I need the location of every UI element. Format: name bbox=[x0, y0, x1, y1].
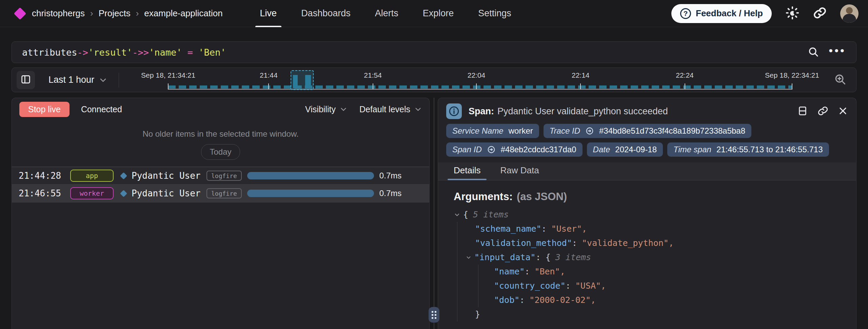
share-link-button[interactable] bbox=[813, 6, 827, 21]
tag-badge: logfire bbox=[206, 188, 242, 198]
timeline-tick-mark bbox=[792, 83, 792, 90]
timeline-tick-mark bbox=[476, 83, 477, 90]
link-icon bbox=[585, 127, 594, 135]
close-details-button[interactable] bbox=[838, 106, 848, 117]
tab-details[interactable]: Details bbox=[454, 165, 480, 180]
user-avatar[interactable] bbox=[840, 4, 859, 23]
timeline-tick-label: 21:54 bbox=[364, 71, 382, 79]
tab-settings[interactable]: Settings bbox=[478, 0, 511, 27]
breadcrumb-projects[interactable]: Projects bbox=[99, 8, 131, 19]
trace-id-chip[interactable]: Trace ID #34bd8e51d73c3f4c8a189b72338a5b… bbox=[544, 124, 751, 138]
today-button[interactable]: Today bbox=[201, 144, 240, 160]
question-circle-icon: ? bbox=[680, 8, 691, 19]
tab-explore[interactable]: Explore bbox=[423, 0, 454, 27]
ellipsis-icon: ••• bbox=[829, 45, 846, 60]
service-badge: app bbox=[70, 170, 114, 182]
timeline-tick-label: Sep 18, 22:34:21 bbox=[765, 71, 819, 79]
feedback-help-label: Feedback / Help bbox=[696, 8, 763, 19]
timeline-tick-label: 22:14 bbox=[572, 71, 590, 79]
panel-resize-handle[interactable] bbox=[429, 307, 439, 323]
toggle-sidebar-button[interactable] bbox=[17, 71, 35, 89]
timeline-tick-label: 22:04 bbox=[468, 71, 486, 79]
breadcrumb: christophergs › Projects › example-appli… bbox=[32, 8, 223, 19]
time-range-bar: Last 1 hour Sep 18, 21:34:21 21:44 21:54… bbox=[12, 67, 856, 92]
sun-moon-icon bbox=[785, 6, 800, 21]
json-entry: "dob":"2000-02-02", bbox=[494, 293, 841, 307]
primary-tabs: Live Dashboards Alerts Explore Settings bbox=[260, 0, 511, 27]
span-row[interactable]: 21:44:28 app Pydantic User logfire 0.7ms bbox=[12, 167, 429, 185]
connection-status: Connected bbox=[81, 104, 122, 114]
chevron-right-icon: › bbox=[136, 8, 139, 19]
stop-live-button[interactable]: Stop live bbox=[19, 102, 70, 117]
chip-label: Service Name bbox=[452, 126, 504, 136]
tab-dashboards[interactable]: Dashboards bbox=[301, 0, 351, 27]
timeline-track[interactable]: Sep 18, 21:34:21 21:44 21:54 22:04 22:14… bbox=[119, 68, 828, 92]
query-bar[interactable]: attributes->'result'->>'name' = 'Ben' ••… bbox=[12, 41, 856, 63]
collapse-chevron-icon[interactable] bbox=[454, 211, 460, 218]
span-id-chip[interactable]: Span ID #48eb2cdcdc317da0 bbox=[446, 142, 583, 157]
close-icon bbox=[838, 106, 848, 117]
span-row-selected[interactable]: 21:46:55 worker Pydantic User logfire 0.… bbox=[12, 185, 429, 202]
chip-value: 2024-09-18 bbox=[615, 145, 657, 154]
query-token: attributes bbox=[22, 47, 77, 58]
avatar-photo bbox=[846, 7, 853, 14]
timeline-tick-mark bbox=[580, 83, 581, 90]
empty-state-message: No older items in the selected time wind… bbox=[142, 129, 298, 139]
json-nested-open-line[interactable]: "input_data":{3 items bbox=[466, 250, 841, 265]
theme-toggle-button[interactable] bbox=[785, 6, 800, 21]
chip-value: #48eb2cdcdc317da0 bbox=[501, 145, 576, 154]
service-name-chip: Service Name worker bbox=[446, 124, 539, 138]
zoom-in-icon bbox=[834, 73, 847, 87]
chevron-down-icon bbox=[99, 76, 107, 84]
timeline-tick-mark bbox=[373, 83, 373, 90]
run-search-button[interactable] bbox=[808, 46, 819, 59]
json-entry: "schema_name":"User", bbox=[475, 222, 841, 236]
arguments-heading: Arguments:(as JSON) bbox=[454, 191, 841, 203]
span-title: Span:Pydantic User validate_python succe… bbox=[469, 106, 668, 117]
span-kind-label: Span: bbox=[469, 106, 494, 116]
span-attribute-chips: Service Name worker Trace ID #34bd8e51d7… bbox=[438, 121, 856, 157]
link-icon bbox=[817, 105, 828, 117]
default-levels-dropdown[interactable]: Default levels bbox=[359, 104, 422, 114]
query-token: 'result' bbox=[88, 47, 132, 58]
histogram-bar bbox=[305, 75, 311, 88]
arguments-mode-label: (as JSON) bbox=[517, 191, 567, 202]
date-chip: Date 2024-09-18 bbox=[587, 142, 663, 157]
span-header-actions bbox=[797, 105, 848, 117]
time-range-label: Last 1 hour bbox=[48, 75, 94, 85]
query-more-options-button[interactable]: ••• bbox=[829, 45, 846, 60]
timeline-zoom-button[interactable] bbox=[834, 73, 847, 87]
duration-bar bbox=[247, 172, 374, 179]
span-duration: 0.7ms bbox=[379, 171, 401, 180]
json-root-line[interactable]: {5 items bbox=[454, 208, 841, 222]
time-range-dropdown[interactable]: Last 1 hour bbox=[48, 75, 107, 85]
breadcrumb-project[interactable]: example-application bbox=[144, 8, 222, 19]
json-entry: "validation_method":"validate_python", bbox=[475, 236, 841, 250]
json-root-group: "schema_name":"User", "validation_method… bbox=[457, 222, 841, 322]
timeline-tick-mark bbox=[268, 83, 269, 90]
visibility-label: Visibility bbox=[305, 104, 336, 114]
timeline-selection-window[interactable] bbox=[291, 70, 314, 90]
breadcrumb-org[interactable]: christophergs bbox=[32, 8, 85, 19]
grip-dots-icon bbox=[432, 311, 436, 319]
info-icon bbox=[446, 103, 462, 119]
collapse-chevron-icon[interactable] bbox=[466, 254, 472, 260]
feedback-help-button[interactable]: ? Feedback / Help bbox=[671, 4, 772, 23]
panel-left-icon bbox=[20, 74, 31, 86]
tab-live[interactable]: Live bbox=[260, 0, 277, 27]
chip-label: Time span bbox=[673, 145, 711, 154]
item-count: 3 items bbox=[555, 250, 591, 265]
sql-query-input[interactable]: attributes->'result'->>'name' = 'Ben' bbox=[22, 47, 226, 58]
chip-value: 21:46:55.713 to 21:46:55.713 bbox=[716, 145, 823, 154]
visibility-dropdown[interactable]: Visibility bbox=[305, 104, 347, 114]
toggle-layout-button[interactable] bbox=[797, 105, 808, 117]
split-panel-icon bbox=[797, 105, 808, 117]
json-nested-group: "name":"Ben", "country_code":"USA", "dob… bbox=[478, 265, 841, 307]
query-token: = bbox=[182, 47, 198, 58]
tab-alerts[interactable]: Alerts bbox=[375, 0, 398, 27]
chip-label: Date bbox=[593, 145, 610, 154]
logfire-logo-icon[interactable] bbox=[14, 7, 26, 20]
panel-divider bbox=[434, 98, 434, 329]
tab-raw-data[interactable]: Raw Data bbox=[500, 165, 539, 180]
copy-span-link-button[interactable] bbox=[817, 105, 828, 117]
